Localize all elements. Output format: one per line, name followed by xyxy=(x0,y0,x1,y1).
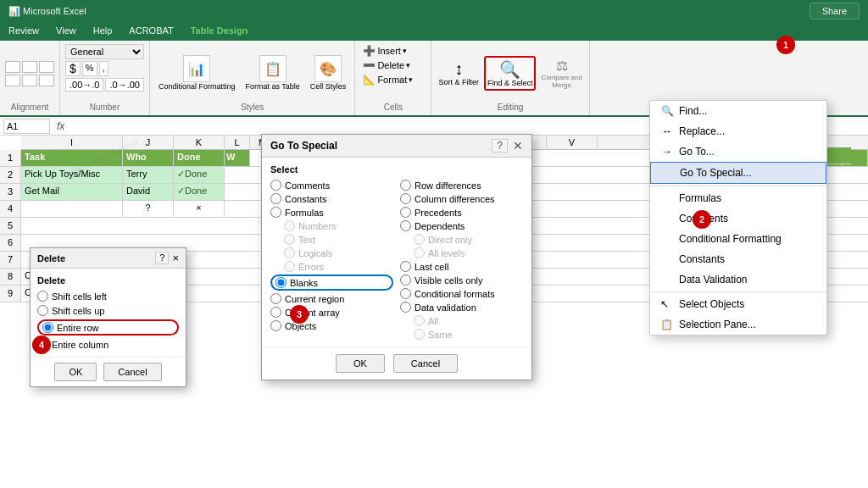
cells-group-label: Cells xyxy=(360,103,426,112)
menu-item-comments[interactable]: Comments xyxy=(650,208,826,229)
radio-shift-left[interactable]: Shift cells left xyxy=(37,291,179,302)
radio-blanks[interactable]: Blanks xyxy=(270,274,393,291)
find-select-btn[interactable]: 🔍 Find & Select xyxy=(484,56,537,92)
grid-cell[interactable]: Task xyxy=(21,150,123,166)
menu-item-formulas[interactable]: Formulas xyxy=(650,188,826,208)
dialog-help-btn[interactable]: ? xyxy=(492,139,508,152)
radio-all-levels[interactable]: All levels xyxy=(414,247,523,258)
col-header-j: J xyxy=(123,136,174,149)
tab-table-design[interactable]: Table Design xyxy=(182,22,257,41)
grid-cell[interactable]: Done xyxy=(174,150,225,166)
grid-cell[interactable]: Who xyxy=(123,150,174,166)
radio-direct-only[interactable]: Direct only xyxy=(414,234,523,245)
grid-cell[interactable]: × xyxy=(174,201,225,217)
grid-cell[interactable]: Get Mail xyxy=(21,184,123,200)
conditional-formatting-btn[interactable]: 📊 Conditional Formatting xyxy=(155,53,239,93)
grid-cell[interactable]: ✓Done xyxy=(174,167,225,183)
insert-btn[interactable]: ➕ Insert ▾ xyxy=(360,44,426,58)
grid-cell[interactable]: ? xyxy=(123,201,174,217)
number-group-label: Number xyxy=(65,103,144,112)
radio-col-diff[interactable]: Column differences xyxy=(400,193,523,204)
delete-close-btn[interactable]: × xyxy=(172,252,179,264)
delete-cancel-btn[interactable]: Cancel xyxy=(103,363,161,381)
menu-item-goto[interactable]: → Go To... xyxy=(650,141,826,162)
radio-text[interactable]: Text xyxy=(284,234,393,245)
increase-decimal-btn[interactable]: .0→.00 xyxy=(105,78,143,92)
radio-errors[interactable]: Errors xyxy=(284,261,393,272)
radio-visible-cells[interactable]: Visible cells only xyxy=(400,274,523,286)
tab-help[interactable]: Help xyxy=(85,22,121,41)
tab-acrobat[interactable]: ACROBAT xyxy=(120,22,181,41)
sort-filter-btn[interactable]: ↕ Sort & Filter xyxy=(437,58,481,89)
menu-item-goto-special[interactable]: Go To Special... xyxy=(650,162,826,184)
radio-objects[interactable]: Objects xyxy=(270,320,393,331)
menu-item-find[interactable]: 🔍 Find... xyxy=(650,101,826,121)
radio-same[interactable]: Same xyxy=(414,329,523,340)
row-num-1: 1 xyxy=(0,150,21,167)
radio-numbers[interactable]: Numbers xyxy=(284,220,393,231)
format-btn[interactable]: 📐 Format ▾ xyxy=(360,73,426,86)
align-top-right-btn[interactable] xyxy=(39,61,54,73)
menu-item-replace[interactable]: ↔ Replace... xyxy=(650,121,826,141)
radio-row-diff[interactable]: Row differences xyxy=(400,180,523,191)
format-as-table-btn[interactable]: 📋 Format as Table xyxy=(242,53,303,93)
row-num-2: 2 xyxy=(0,167,21,184)
menu-item-select-objects[interactable]: ↖ Select Objects xyxy=(650,294,826,314)
dialog-close-btn[interactable]: ✕ xyxy=(513,139,523,152)
grid-cell[interactable]: W xyxy=(225,150,250,166)
radio-all[interactable]: All xyxy=(414,315,523,326)
align-top-center-btn[interactable] xyxy=(22,61,37,73)
radio-precedents[interactable]: Precedents xyxy=(400,207,523,218)
menu-item-selection-pane[interactable]: 📋 Selection Pane... xyxy=(650,314,826,335)
goto-cancel-btn[interactable]: Cancel xyxy=(393,354,458,373)
align-middle-right-btn[interactable] xyxy=(39,75,54,86)
share-button[interactable]: Share xyxy=(810,3,860,19)
radio-logicals[interactable]: Logicals xyxy=(284,247,393,258)
radio-shift-up[interactable]: Shift cells up xyxy=(37,305,179,316)
find-icon: 🔍 xyxy=(660,105,674,117)
goto-ok-btn[interactable]: OK xyxy=(336,354,385,373)
number-format-dropdown[interactable]: General xyxy=(65,44,144,59)
select-objects-icon: ↖ xyxy=(660,298,674,310)
grid-cell[interactable] xyxy=(21,201,123,217)
decrease-decimal-btn[interactable]: .00→.0 xyxy=(65,78,103,92)
radio-comments[interactable]: Comments xyxy=(270,180,393,191)
radio-formulas[interactable]: Formulas xyxy=(270,207,393,218)
tab-view[interactable]: View xyxy=(47,22,85,41)
tab-review[interactable]: Review xyxy=(0,22,47,41)
delete-ok-btn[interactable]: OK xyxy=(54,363,97,381)
row-num-3: 3 xyxy=(0,184,21,201)
radio-current-array[interactable]: Current array xyxy=(270,307,393,318)
grid-cell[interactable]: ✓Done xyxy=(174,184,225,200)
grid-cell[interactable]: Terry xyxy=(123,167,174,183)
delete-btn[interactable]: ➖ Delete ▾ xyxy=(360,58,426,72)
radio-last-cell[interactable]: Last cell xyxy=(400,261,523,272)
align-top-left-btn[interactable] xyxy=(5,61,20,73)
grid-cell[interactable]: David xyxy=(123,184,174,200)
menu-item-constants[interactable]: Constants xyxy=(650,249,826,269)
name-box[interactable] xyxy=(3,119,50,134)
menu-item-data-validation[interactable]: Data Validation xyxy=(650,269,826,290)
compare-btn[interactable]: ⚖ Compare andMerge xyxy=(539,56,583,91)
align-middle-center-btn[interactable] xyxy=(22,75,37,86)
align-middle-left-btn[interactable] xyxy=(5,75,20,86)
currency-btn[interactable]: $ xyxy=(65,61,81,76)
menu-separator-1 xyxy=(650,186,826,186)
row-num-8: 8 xyxy=(0,269,21,286)
radio-current-region[interactable]: Current region xyxy=(270,293,393,304)
radio-data-validation[interactable]: Data validation xyxy=(400,302,523,313)
delete-help-btn[interactable]: ? xyxy=(155,252,169,264)
radio-constants[interactable]: Constants xyxy=(270,193,393,204)
dialog-title-bar: Go To Special ? ✕ xyxy=(262,135,531,158)
radio-conditional-formats[interactable]: Conditional formats xyxy=(400,288,523,299)
radio-entire-row[interactable]: Entire row xyxy=(37,319,179,336)
comma-btn[interactable]: , xyxy=(99,61,108,76)
row-num-7: 7 xyxy=(0,252,21,269)
grid-cell[interactable]: Pick Up Toys/Misc xyxy=(21,167,123,183)
radio-entire-col[interactable]: Entire column xyxy=(37,339,179,350)
menu-item-conditional-formatting[interactable]: Conditional Formatting xyxy=(650,229,826,249)
cell-styles-btn[interactable]: 🎨 Cell Styles xyxy=(307,53,350,93)
col-header-i: I xyxy=(21,136,123,149)
radio-dependents[interactable]: Dependents xyxy=(400,220,523,231)
percent-btn[interactable]: % xyxy=(82,61,97,76)
